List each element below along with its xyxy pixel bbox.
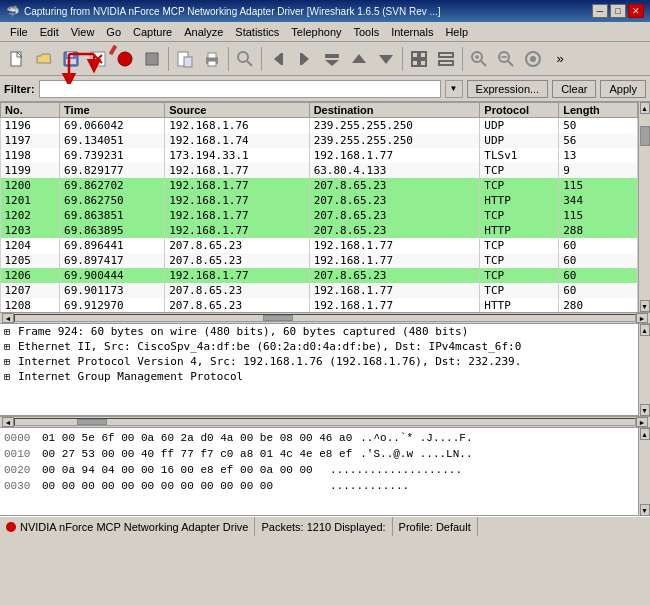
table-row[interactable]: 120269.863851192.168.1.77207.8.65.23TCP1… (1, 208, 638, 223)
hscroll-track[interactable] (14, 314, 636, 322)
expand-ethernet[interactable]: ⊞ (4, 341, 14, 352)
expand-frame[interactable]: ⊞ (4, 326, 14, 337)
toolbar-find[interactable] (232, 46, 258, 72)
table-hscrollbar[interactable]: ◄ ► (0, 312, 650, 324)
detail-row-1[interactable]: ⊞ Frame 924: 60 bytes on wire (480 bits)… (0, 324, 638, 339)
menu-statistics[interactable]: Statistics (229, 25, 285, 39)
svg-line-16 (247, 61, 252, 66)
table-row[interactable]: 119869.739231173.194.33.1192.168.1.77TLS… (1, 148, 638, 163)
detail-hscroll-thumb[interactable] (77, 419, 107, 425)
toolbar-save[interactable] (58, 46, 84, 72)
detail-hscrollbar[interactable]: ◄ ► (0, 416, 650, 428)
hex-scroll-down[interactable]: ▼ (640, 504, 650, 516)
scroll-down-arrow[interactable]: ▼ (640, 300, 650, 312)
hscroll-right[interactable]: ► (636, 313, 648, 323)
igmp-detail: Internet Group Management Protocol (18, 370, 243, 383)
filter-dropdown[interactable]: ▼ (445, 80, 463, 98)
toolbar-capture-stop[interactable] (139, 46, 165, 72)
table-row[interactable]: 120669.900444192.168.1.77207.8.65.23TCP6… (1, 268, 638, 283)
svg-rect-9 (146, 53, 158, 65)
toolbar-print[interactable] (199, 46, 225, 72)
toolbar-close-capture[interactable] (85, 46, 111, 72)
table-row[interactable]: 119669.066042192.168.1.76239.255.255.250… (1, 118, 638, 134)
toolbar-stop[interactable] (319, 46, 345, 72)
filter-clear-button[interactable]: Clear (552, 80, 596, 98)
hex-scroll-up[interactable]: ▲ (640, 428, 650, 440)
expand-igmp[interactable]: ⊞ (4, 371, 14, 382)
col-destination[interactable]: Destination (309, 103, 480, 118)
toolbar-open[interactable] (31, 46, 57, 72)
scroll-up-arrow[interactable]: ▲ (640, 102, 650, 114)
table-row[interactable]: 120069.862702192.168.1.77207.8.65.23TCP1… (1, 178, 638, 193)
detail-row-3[interactable]: ⊞ Internet Protocol Version 4, Src: 192.… (0, 354, 638, 369)
menu-file[interactable]: File (4, 25, 34, 39)
filter-apply-button[interactable]: Apply (600, 80, 646, 98)
toolbar-forward[interactable] (292, 46, 318, 72)
toolbar-zoom-reset[interactable] (520, 46, 546, 72)
hex-panel: 0000 01 00 5e 6f 00 0a 60 2a d0 4a 00 be… (0, 428, 638, 516)
detail-row-4[interactable]: ⊞ Internet Group Management Protocol (0, 369, 638, 384)
svg-rect-30 (439, 61, 453, 65)
table-row[interactable]: 120169.862750192.168.1.77207.8.65.23HTTP… (1, 193, 638, 208)
filter-expression-button[interactable]: Expression... (467, 80, 549, 98)
table-row[interactable]: 120569.897417207.8.65.23192.168.1.77TCP6… (1, 253, 638, 268)
detail-hscroll-right[interactable]: ► (636, 417, 648, 427)
menu-help[interactable]: Help (439, 25, 474, 39)
table-row[interactable]: 120469.896441207.8.65.23192.168.1.77TCP6… (1, 238, 638, 253)
scroll-thumb[interactable] (640, 126, 650, 146)
toolbar-zoom-in[interactable] (466, 46, 492, 72)
toolbar-capture-start[interactable] (112, 46, 138, 72)
menu-tools[interactable]: Tools (348, 25, 386, 39)
detail-hscroll-left[interactable]: ◄ (2, 417, 14, 427)
toolbar-down[interactable] (373, 46, 399, 72)
close-button[interactable]: ✕ (628, 4, 644, 18)
menu-capture[interactable]: Capture (127, 25, 178, 39)
hex-row-0030: 0030 00 00 00 00 00 00 00 00 00 00 00 00… (4, 478, 634, 494)
packet-tbody: 119669.066042192.168.1.76239.255.255.250… (1, 118, 638, 313)
col-time[interactable]: Time (60, 103, 165, 118)
hscroll-left[interactable]: ◄ (2, 313, 14, 323)
menu-go[interactable]: Go (100, 25, 127, 39)
table-row[interactable]: 120369.863895192.168.1.77207.8.65.23HTTP… (1, 223, 638, 238)
maximize-button[interactable]: □ (610, 4, 626, 18)
table-row[interactable]: 120869.912970207.8.65.23192.168.1.77HTTP… (1, 298, 638, 312)
table-row[interactable]: 120769.901173207.8.65.23192.168.1.77TCP6… (1, 283, 638, 298)
capture-indicator (6, 522, 16, 532)
hscroll-thumb[interactable] (263, 315, 293, 321)
title-bar-controls: ─ □ ✕ (592, 4, 644, 18)
detail-scroll-down[interactable]: ▼ (640, 404, 650, 416)
col-protocol[interactable]: Protocol (480, 103, 559, 118)
menu-view[interactable]: View (65, 25, 101, 39)
svg-rect-25 (412, 52, 418, 58)
col-no[interactable]: No. (1, 103, 60, 118)
toolbar-reload[interactable] (172, 46, 198, 72)
detail-hscroll-track[interactable] (14, 418, 636, 426)
hex-vscrollbar[interactable]: ▲ ▼ (638, 428, 650, 516)
toolbar-zoom-out[interactable] (493, 46, 519, 72)
filter-input[interactable] (39, 80, 441, 98)
toolbar-up[interactable] (346, 46, 372, 72)
detail-scroll-up[interactable]: ▲ (640, 324, 650, 336)
menu-analyze[interactable]: Analyze (178, 25, 229, 39)
col-source[interactable]: Source (165, 103, 309, 118)
svg-rect-29 (439, 53, 453, 57)
toolbar-back[interactable] (265, 46, 291, 72)
packet-detail-wrapper: ⊞ Frame 924: 60 bytes on wire (480 bits)… (0, 324, 650, 416)
table-row[interactable]: 119969.829177192.168.1.7763.80.4.133TCP9 (1, 163, 638, 178)
table-row[interactable]: 119769.134051192.168.1.74239.255.255.250… (1, 133, 638, 148)
toolbar-more[interactable]: » (547, 46, 573, 72)
menu-edit[interactable]: Edit (34, 25, 65, 39)
expand-ip[interactable]: ⊞ (4, 356, 14, 367)
minimize-button[interactable]: ─ (592, 4, 608, 18)
detail-row-2[interactable]: ⊞ Ethernet II, Src: CiscoSpv_4a:df:be (6… (0, 339, 638, 354)
toolbar-view2[interactable] (433, 46, 459, 72)
detail-vscrollbar[interactable]: ▲ ▼ (638, 324, 650, 416)
ip-detail: Internet Protocol Version 4, Src: 192.16… (18, 355, 521, 368)
table-vscrollbar[interactable]: ▲ ▼ (638, 102, 650, 312)
menu-internals[interactable]: Internals (385, 25, 439, 39)
table-scroll-area[interactable]: No. Time Source Destination Protocol Len… (0, 102, 638, 312)
col-length[interactable]: Length (559, 103, 638, 118)
menu-telephony[interactable]: Telephony (285, 25, 347, 39)
toolbar-view1[interactable] (406, 46, 432, 72)
toolbar-new[interactable] (4, 46, 30, 72)
